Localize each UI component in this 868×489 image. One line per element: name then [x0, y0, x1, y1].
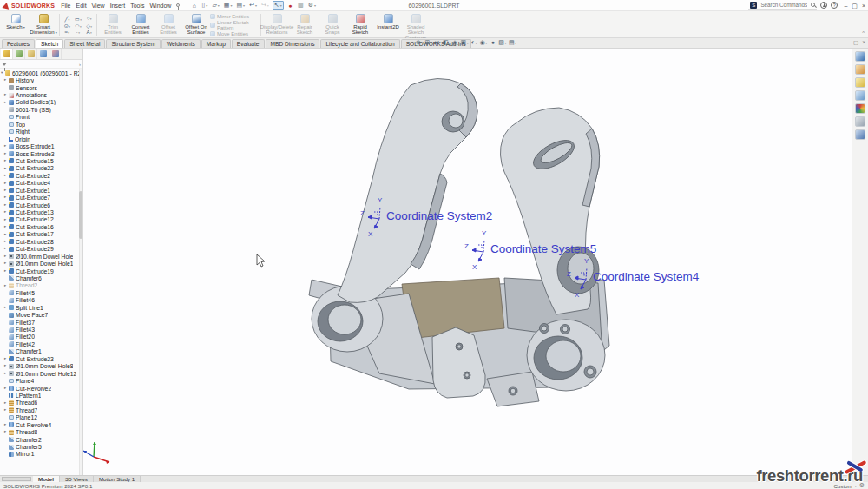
zoom-to-fit-icon[interactable]: ⊕ [415, 39, 422, 45]
dynamic-annotation-views-icon[interactable]: ◈ [451, 39, 458, 45]
tree-item[interactable]: Fillet20 [0, 334, 82, 340]
menu-item[interactable]: Window [149, 3, 171, 9]
tree-item[interactable]: Mirror1 [0, 451, 82, 458]
tree-item[interactable]: Right [0, 129, 82, 135]
view-palette-icon[interactable] [855, 90, 865, 101]
tree-item[interactable]: LPattern1 [0, 392, 82, 399]
select-icon[interactable]: ↖ [273, 1, 284, 10]
filter-funnel-icon[interactable] [2, 63, 7, 66]
tree-item[interactable]: Chamfer2 [0, 436, 82, 443]
tree-item[interactable]: Fillet43 [0, 326, 82, 333]
tree-item[interactable]: Cut-Extrude4 [0, 180, 82, 187]
search-input[interactable] [759, 1, 809, 9]
command-tab[interactable]: Structure System [106, 39, 161, 48]
dimxpert-manager-tab[interactable] [37, 49, 49, 59]
tree-item[interactable]: Plane12 [0, 414, 82, 421]
tree-item[interactable]: Cut-Revolve4 [0, 421, 82, 428]
close-icon[interactable]: × [862, 3, 865, 9]
tree-item[interactable]: Cut-Extrude29 [0, 246, 82, 253]
configuration-manager-tab[interactable] [25, 49, 37, 59]
tree-item[interactable]: Cut-Extrude28 [0, 238, 82, 245]
menu-item[interactable]: View [92, 3, 105, 9]
rectangle-icon[interactable]: ▭ [75, 16, 82, 22]
command-tab[interactable]: Sheet Metal [64, 39, 105, 48]
ribbon-row-button[interactable]: Mirror Entities [210, 14, 259, 19]
tree-item[interactable]: History [0, 76, 82, 83]
edit-appearance-icon[interactable]: ● [490, 39, 496, 45]
command-tab[interactable]: Sketch [36, 39, 63, 48]
tree-item[interactable]: Solid Bodies(1) [0, 99, 82, 106]
collapse-ribbon-icon[interactable]: ^ [862, 30, 865, 36]
featuremanager-tree-tab[interactable] [1, 49, 13, 59]
tree-item[interactable]: Cut-Extrude23 [0, 355, 82, 362]
minimize-icon[interactable]: – [844, 3, 847, 9]
tree-item[interactable]: Fillet45 [0, 289, 82, 296]
new-file-icon[interactable]: ▯ [201, 1, 208, 10]
tree-item[interactable]: Cut-Extrude15 [0, 157, 82, 164]
ribbon-button[interactable]: Repair Sketch [291, 12, 319, 37]
tree-item[interactable]: Annotations [0, 91, 82, 98]
tree-item[interactable]: Cut-Revolve2 [0, 385, 82, 392]
tree-item[interactable]: Ø10.0mm Dowel Hole [0, 253, 82, 260]
print-icon[interactable]: ▤ [235, 1, 246, 10]
text-icon[interactable]: A [87, 30, 92, 35]
point-icon[interactable]: ∙ [76, 30, 80, 35]
tree-item[interactable]: Cut-Extrude2 [0, 172, 82, 179]
tree-item[interactable]: Plane4 [0, 377, 82, 384]
redo-icon[interactable]: ↪ [260, 1, 270, 10]
tree-item[interactable]: Cut-Extrude22 [0, 165, 82, 172]
restore-icon[interactable]: ▢ [852, 3, 858, 9]
tree-item[interactable]: Front [0, 114, 82, 121]
ribbon-button[interactable]: Rapid Sketch [346, 12, 374, 37]
tree-item[interactable]: Top [0, 121, 82, 128]
line-icon[interactable]: ╱ [64, 16, 69, 22]
search-icon[interactable] [811, 3, 815, 7]
document-tab[interactable]: Model [33, 476, 60, 482]
command-tab[interactable]: Weldments [161, 39, 201, 48]
view-orientation-icon[interactable]: ▣ [461, 39, 469, 45]
ribbon-button[interactable]: Convert Entities [127, 12, 155, 37]
previous-view-icon[interactable]: ↩ [433, 39, 440, 45]
ribbon-button[interactable]: Shaded Sketch Contours [402, 12, 430, 37]
display-manager-tab[interactable] [49, 49, 62, 59]
doc-restore-icon[interactable]: ▢ [853, 39, 858, 46]
tree-item[interactable]: Ø1.0mm Dowel Hole8 [0, 363, 82, 370]
circle-icon[interactable]: ⊙ [64, 23, 70, 29]
menu-item[interactable]: Insert [110, 3, 126, 9]
ribbon-button[interactable]: Smart Dimension [30, 12, 57, 37]
tree-scrollbar[interactable] [79, 69, 82, 475]
ribbon-row-button[interactable]: Move Entities [210, 31, 259, 36]
tree-item[interactable]: Origin [0, 135, 82, 142]
tree-item[interactable]: Cut-Extrude7 [0, 194, 82, 201]
tree-item[interactable]: Cut-Extrude19 [0, 268, 82, 274]
ribbon-button[interactable]: Trim Entities [99, 12, 127, 37]
ellipse-icon[interactable]: ○ [87, 16, 92, 22]
open-file-icon[interactable]: ▱ [211, 1, 220, 10]
command-tab[interactable]: Markup [201, 39, 231, 48]
command-tab[interactable]: Lifecycle and Collaboration [320, 39, 399, 48]
undo-icon[interactable]: ↩ [248, 1, 258, 10]
tree-item[interactable]: Cut-Extrude16 [0, 223, 82, 230]
arc-icon[interactable]: ◠ [75, 23, 82, 29]
pin-menu-icon[interactable] [176, 3, 180, 7]
chevron-right-icon[interactable]: › [77, 62, 82, 67]
appearances-scenes-icon[interactable] [855, 103, 865, 114]
rebuild-icon[interactable]: ● [286, 1, 294, 10]
tree-item[interactable]: Chamfer1 [0, 348, 82, 355]
tree-item[interactable]: Move Face7 [0, 311, 82, 318]
tree-item[interactable]: Cut-Extrude6 [0, 202, 82, 208]
ribbon-row-button[interactable]: Linear Sketch Pattern [210, 20, 259, 30]
tree-item[interactable]: Sensors [0, 84, 82, 91]
solidworks-forum-icon[interactable] [855, 129, 865, 140]
tree-item[interactable]: Thread8 [0, 428, 82, 435]
tree-item[interactable]: Split Line1 [0, 304, 82, 311]
menu-item[interactable]: File [61, 3, 70, 9]
tree-item[interactable]: Cut-Extrude13 [0, 208, 82, 215]
home-icon[interactable]: ⌂ [190, 1, 198, 10]
tree-item[interactable]: Chamfer6 [0, 274, 82, 281]
ribbon-button[interactable]: Display/Delete Relations [263, 12, 291, 37]
apply-scene-icon[interactable]: ▨ [498, 39, 506, 45]
tree-scrollbar-thumb[interactable] [79, 191, 82, 239]
tree-item[interactable]: Cut-Extrude12 [0, 216, 82, 223]
tree-item[interactable]: Ø1.0mm Dowel Hole1 [0, 260, 82, 267]
